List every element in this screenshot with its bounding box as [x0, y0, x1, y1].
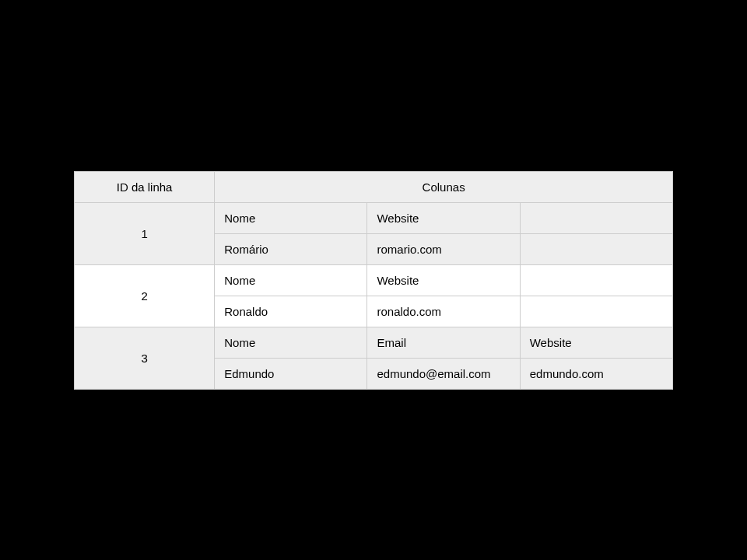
- cell-label: Website: [367, 202, 520, 233]
- cell-value: [520, 233, 672, 264]
- cell-value: edmundo@email.com: [367, 358, 520, 389]
- cell-value: ronaldo.com: [367, 296, 520, 327]
- row-id: 1: [75, 202, 215, 264]
- cell-label: Nome: [215, 202, 367, 233]
- cell-label: Nome: [215, 264, 367, 296]
- cell-label: Website: [520, 327, 672, 358]
- table-row: 3 Nome Email Website: [75, 327, 673, 358]
- cell-label: Email: [367, 327, 520, 358]
- row-id: 3: [75, 327, 215, 389]
- cell-label: Website: [367, 264, 520, 296]
- cell-value: Romário: [215, 233, 367, 264]
- cell-value: edmundo.com: [520, 358, 672, 389]
- cell-value: Edmundo: [215, 358, 367, 389]
- cell-value: Ronaldo: [215, 296, 367, 327]
- table-container: ID da linha Colunas 1 Nome Website Romár…: [74, 171, 673, 390]
- cell-label: [520, 264, 672, 296]
- table-row: 2 Nome Website: [75, 264, 673, 296]
- header-columns: Colunas: [215, 171, 673, 202]
- row-id: 2: [75, 264, 215, 327]
- table-header-row: ID da linha Colunas: [75, 171, 673, 202]
- cell-value: [520, 296, 672, 327]
- cell-label: [520, 202, 672, 233]
- header-id: ID da linha: [75, 171, 215, 202]
- cell-label: Nome: [215, 327, 367, 358]
- data-table: ID da linha Colunas 1 Nome Website Romár…: [74, 171, 673, 390]
- cell-value: romario.com: [367, 233, 520, 264]
- table-row: 1 Nome Website: [75, 202, 673, 233]
